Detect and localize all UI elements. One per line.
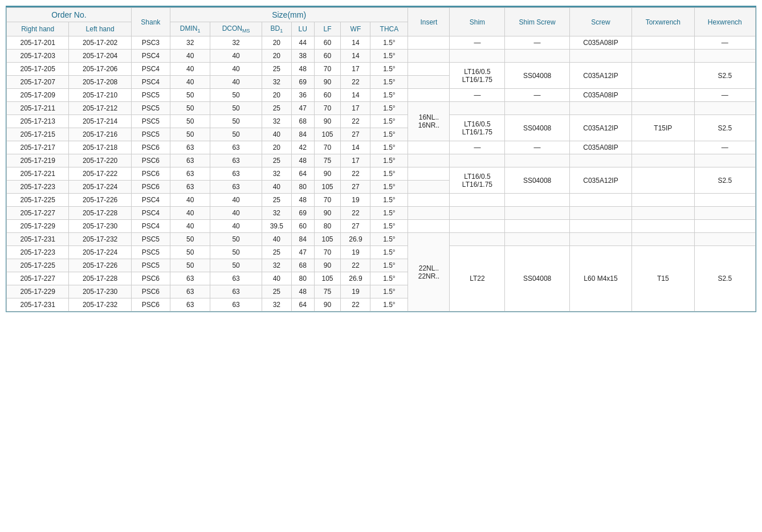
- cell-right-hand: 205-17-207: [7, 76, 69, 89]
- header-insert: Insert: [408, 8, 450, 36]
- cell-shank: PSC5: [131, 246, 170, 259]
- cell-lu: 47: [291, 246, 314, 259]
- table-row: 205-17-225205-17-226PSC44040254870191.5°: [7, 194, 756, 207]
- cell-lu: 38: [291, 50, 314, 63]
- cell-thca: 1.5°: [370, 102, 408, 115]
- cell-thca: 1.5°: [370, 220, 408, 233]
- cell-lf: 90: [314, 115, 341, 128]
- cell-shim: LT16/0.5LT16/1.75: [450, 167, 505, 194]
- cell-shim: [450, 233, 505, 246]
- cell-hexwrench: [694, 220, 755, 233]
- cell-hexwrench: [694, 50, 755, 63]
- cell-lf: 90: [314, 207, 341, 220]
- cell-thca: 1.5°: [370, 128, 408, 141]
- cell-wf: 27: [341, 128, 370, 141]
- cell-lf: 90: [314, 76, 341, 89]
- cell-hexwrench: S2.5: [694, 246, 755, 312]
- main-table-wrapper: Order No. Shank Size(mm) Insert Shim Shi…: [6, 6, 756, 312]
- cell-dconms: 63: [210, 167, 262, 181]
- cell-wf: 19: [341, 246, 370, 259]
- table-row: 205-17-229205-17-230PSC4404039.56080271.…: [7, 220, 756, 233]
- cell-right-hand: 205-17-229: [7, 285, 69, 298]
- cell-shim-screw: [505, 220, 569, 233]
- table-row: 205-17-219205-17-220PSC66363254875171.5°: [7, 154, 756, 167]
- cell-screw: C035A08IP: [569, 36, 631, 50]
- cell-bd1: 20: [262, 89, 291, 102]
- cell-shim: [450, 207, 505, 220]
- cell-lf: 80: [314, 220, 341, 233]
- cell-right-hand: 205-17-231: [7, 298, 69, 312]
- cell-thca: 1.5°: [370, 233, 408, 246]
- cell-left-hand: 205-17-218: [69, 141, 131, 154]
- header-lu: LU: [291, 22, 314, 36]
- cell-shank: PSC6: [131, 167, 170, 181]
- cell-shim-screw: —: [505, 141, 569, 154]
- cell-hexwrench: —: [694, 89, 755, 102]
- cell-shank: PSC4: [131, 207, 170, 220]
- cell-hexwrench: S2.5: [694, 167, 755, 194]
- cell-right-hand: 205-17-223: [7, 246, 69, 259]
- cell-dmin1: 50: [170, 102, 210, 115]
- cell-lu: 42: [291, 141, 314, 154]
- cell-right-hand: 205-17-217: [7, 141, 69, 154]
- cell-screw: [569, 50, 631, 63]
- cell-shim-screw: SS04008: [505, 115, 569, 141]
- cell-left-hand: 205-17-216: [69, 128, 131, 141]
- cell-thca: 1.5°: [370, 272, 408, 285]
- cell-shank: PSC6: [131, 154, 170, 167]
- cell-wf: 14: [341, 50, 370, 63]
- cell-lu: 69: [291, 76, 314, 89]
- cell-lf: 105: [314, 181, 341, 194]
- cell-dconms: 40: [210, 63, 262, 76]
- cell-wf: 17: [341, 63, 370, 76]
- cell-shank: PSC4: [131, 220, 170, 233]
- cell-bd1: 25: [262, 154, 291, 167]
- cell-hexwrench: [694, 194, 755, 207]
- cell-left-hand: 205-17-228: [69, 272, 131, 285]
- cell-left-hand: 205-17-214: [69, 115, 131, 128]
- cell-wf: 17: [341, 154, 370, 167]
- cell-hexwrench: S2.5: [694, 63, 755, 89]
- cell-hexwrench: —: [694, 141, 755, 154]
- cell-shank: PSC4: [131, 76, 170, 89]
- cell-left-hand: 205-17-228: [69, 207, 131, 220]
- cell-dconms: 32: [210, 36, 262, 50]
- cell-left-hand: 205-17-220: [69, 154, 131, 167]
- cell-bd1: 40: [262, 128, 291, 141]
- cell-dconms: 50: [210, 233, 262, 246]
- cell-left-hand: 205-17-222: [69, 167, 131, 181]
- cell-lu: 69: [291, 207, 314, 220]
- cell-lu: 48: [291, 154, 314, 167]
- cell-right-hand: 205-17-231: [7, 233, 69, 246]
- cell-shim: LT16/0.5LT16/1.75: [450, 115, 505, 141]
- cell-dconms: 63: [210, 181, 262, 194]
- cell-right-hand: 205-17-227: [7, 207, 69, 220]
- header-torxwrench: Torxwrench: [632, 8, 694, 36]
- cell-dmin1: 50: [170, 233, 210, 246]
- cell-shim-screw: [505, 194, 569, 207]
- cell-thca: 1.5°: [370, 285, 408, 298]
- cell-left-hand: 205-17-232: [69, 233, 131, 246]
- cell-shim: [450, 102, 505, 115]
- cell-left-hand: 205-17-212: [69, 102, 131, 115]
- cell-left-hand: 205-17-204: [69, 50, 131, 63]
- cell-screw: L60 M4x15: [569, 246, 631, 312]
- cell-lf: 60: [314, 50, 341, 63]
- cell-lu: 80: [291, 181, 314, 194]
- cell-shank: PSC6: [131, 181, 170, 194]
- cell-thca: 1.5°: [370, 76, 408, 89]
- cell-lu: 48: [291, 63, 314, 76]
- cell-dconms: 40: [210, 207, 262, 220]
- cell-dconms: 50: [210, 115, 262, 128]
- cell-shank: PSC4: [131, 50, 170, 63]
- cell-right-hand: 205-17-209: [7, 89, 69, 102]
- cell-wf: 22: [341, 115, 370, 128]
- cell-dmin1: 50: [170, 115, 210, 128]
- cell-hexwrench: —: [694, 36, 755, 50]
- cell-lu: 68: [291, 259, 314, 272]
- cell-shim-screw: [505, 50, 569, 63]
- cell-shim: —: [450, 141, 505, 154]
- cell-wf: 14: [341, 36, 370, 50]
- cell-right-hand: 205-17-201: [7, 36, 69, 50]
- cell-bd1: 25: [262, 246, 291, 259]
